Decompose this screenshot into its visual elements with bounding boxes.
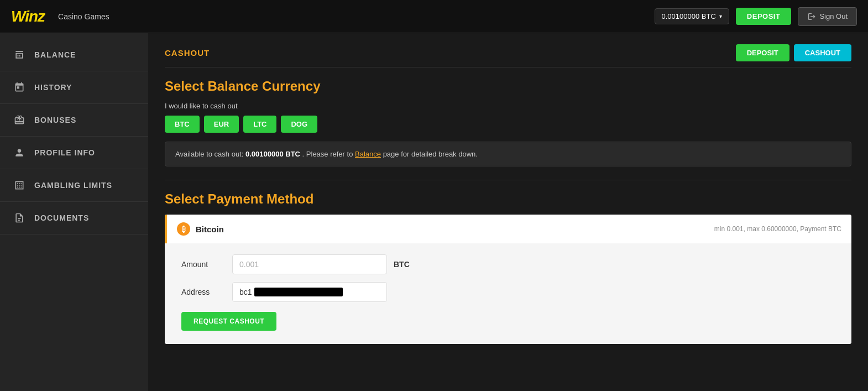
divider-top	[165, 67, 851, 67]
sidebar-item-bonuses[interactable]: BONUSES	[0, 104, 148, 137]
currency-sub-label: I would like to cash out	[165, 102, 851, 110]
sidebar-item-history[interactable]: HISTORY	[0, 71, 148, 104]
sidebar-item-balance[interactable]: BALANCE	[0, 39, 148, 71]
address-prefix: bc1	[239, 288, 252, 296]
balance-link[interactable]: Balance	[355, 150, 381, 158]
history-icon	[13, 81, 25, 93]
deposit-top-button[interactable]: DEPOSIT	[736, 44, 789, 61]
sidebar-label-documents: DOCUMENTS	[34, 213, 89, 222]
header-deposit-button[interactable]: DEPOSIT	[736, 8, 792, 25]
signout-icon	[807, 12, 816, 21]
available-label: Available to cash out:	[175, 150, 243, 158]
available-value: 0.00100000 BTC	[245, 150, 300, 158]
currency-eur[interactable]: EUR	[204, 116, 239, 133]
request-cashout-button[interactable]: REQUEST CASHOUT	[181, 312, 276, 331]
sidebar-item-profile[interactable]: PROFILE INFO	[0, 137, 148, 169]
sidebar-label-bonuses: BONUSES	[34, 116, 76, 124]
currency-ltc[interactable]: LTC	[243, 116, 276, 133]
address-redacted	[254, 288, 343, 296]
balance-display[interactable]: 0.00100000 BTC	[655, 8, 729, 24]
payment-method-box: ₿ Bitcoin min 0.001, max 0.60000000, Pay…	[165, 215, 851, 344]
payment-method-info: min 0.001, max 0.60000000, Payment BTC	[714, 225, 841, 233]
payment-form: Amount BTC Address bc1 REQUEST CASHOUT	[165, 243, 851, 344]
signout-button[interactable]: Sign Out	[798, 7, 857, 26]
sidebar-label-gambling: GAMBLING LIMITS	[34, 181, 112, 190]
content-area: CASHOUT DEPOSIT CASHOUT Select Balance C…	[148, 33, 868, 391]
currency-dog[interactable]: DOG	[281, 116, 317, 133]
sidebar-item-gambling[interactable]: GAMBLING LIMITS	[0, 169, 148, 202]
header: Winz Casino Games 0.00100000 BTC DEPOSIT…	[0, 0, 868, 33]
payment-method-left: ₿ Bitcoin	[177, 222, 224, 236]
bitcoin-icon: ₿	[177, 222, 190, 236]
amount-row: Amount BTC	[181, 254, 835, 274]
amount-currency: BTC	[394, 260, 410, 269]
gambling-icon	[13, 179, 25, 191]
select-currency-title: Select Balance Currency	[165, 79, 851, 94]
currency-buttons: BTC EUR LTC DOG	[165, 116, 851, 133]
available-end: page for detailed break down.	[383, 150, 478, 158]
payment-method-name: Bitcoin	[196, 225, 224, 234]
amount-label: Amount	[181, 260, 226, 269]
sidebar: BALANCE HISTORY BONUSES PROFILE INFO	[0, 33, 148, 391]
top-action-bar: CASHOUT DEPOSIT CASHOUT	[165, 44, 851, 61]
amount-input[interactable]	[232, 254, 387, 274]
profile-icon	[13, 147, 25, 159]
address-label: Address	[181, 288, 226, 296]
header-right: 0.00100000 BTC DEPOSIT Sign Out	[655, 7, 857, 26]
address-row: Address bc1	[181, 282, 835, 302]
select-payment-title: Select Payment Method	[165, 191, 851, 207]
top-buttons: DEPOSIT CASHOUT	[736, 44, 851, 61]
balance-icon	[13, 49, 25, 61]
bonuses-icon	[13, 114, 25, 126]
logo: Winz	[11, 8, 45, 25]
sidebar-item-documents[interactable]: DOCUMENTS	[0, 202, 148, 234]
documents-icon	[13, 212, 25, 224]
divider-middle	[165, 180, 851, 180]
balance-info-bar: Available to cash out: 0.00100000 BTC . …	[165, 142, 851, 166]
available-suffix: . Please refer to	[302, 150, 353, 158]
nav-casino[interactable]: Casino Games	[58, 12, 109, 21]
header-left: Winz Casino Games	[11, 8, 109, 25]
page-title: CASHOUT	[165, 48, 210, 58]
main-layout: BALANCE HISTORY BONUSES PROFILE INFO	[0, 33, 868, 391]
payment-method-header[interactable]: ₿ Bitcoin min 0.001, max 0.60000000, Pay…	[165, 215, 851, 243]
sidebar-label-balance: BALANCE	[34, 50, 76, 59]
sidebar-label-history: HISTORY	[34, 83, 72, 92]
cashout-top-button[interactable]: CASHOUT	[794, 44, 851, 61]
sidebar-label-profile: PROFILE INFO	[34, 148, 95, 157]
currency-btc[interactable]: BTC	[165, 116, 200, 133]
